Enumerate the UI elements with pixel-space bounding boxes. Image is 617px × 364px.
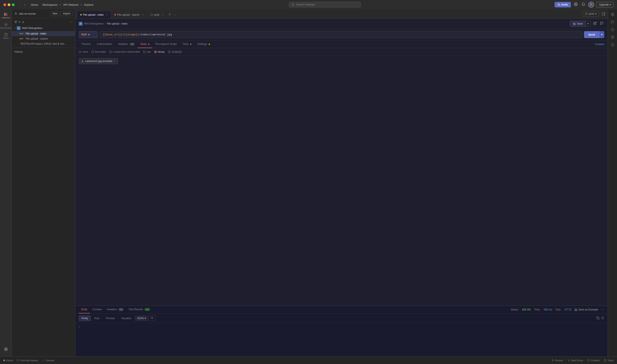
environment-selector[interactable]: prod ▾ [582, 11, 599, 17]
item-name-3: RESTful API basics: CRUD, test & vari... [21, 42, 66, 45]
maximize-window-button[interactable] [12, 3, 15, 6]
console-button[interactable]: Console [42, 359, 54, 362]
close-tab-2[interactable]: × [141, 13, 144, 16]
aws-rekognition-title[interactable]: ▾ AWS Rekognition [12, 25, 75, 31]
nav-api-network[interactable]: API Network ▾ [62, 2, 82, 7]
radio-graphql[interactable]: GraphQL [168, 50, 182, 53]
settings-button[interactable] [573, 1, 578, 8]
forward-button[interactable]: › [23, 2, 26, 7]
right-info-button[interactable] [609, 41, 616, 48]
resp-tab-body[interactable]: Body [79, 306, 90, 313]
radio-raw[interactable]: raw [143, 50, 151, 53]
runner-button[interactable]: Runner [552, 359, 563, 362]
send-dropdown-button[interactable]: ▾ [599, 31, 604, 38]
save-icon [573, 22, 576, 25]
add-collection-button[interactable]: + [18, 20, 20, 24]
sidebar-item-environments[interactable]: Environments [1, 21, 11, 30]
tab-body[interactable]: Body [138, 40, 152, 48]
format-json-selector[interactable]: JSON ▾ [135, 316, 148, 321]
radio-raw-label: raw [147, 50, 151, 53]
svg-point-19 [18, 28, 19, 28]
sidebar-item-collections[interactable]: Collections [1, 11, 11, 20]
back-button[interactable]: ‹ [18, 2, 22, 7]
wrap-lines-button[interactable] [149, 315, 155, 321]
tree-more-button[interactable]: ··· [70, 20, 73, 24]
trash-button[interactable]: Trash [604, 359, 614, 362]
resp-tab-headers[interactable]: Headers 11 [104, 306, 126, 313]
find-replace-button[interactable]: Find and replace [16, 359, 38, 362]
send-button[interactable]: Send [584, 31, 599, 38]
cookies-link[interactable]: Cookies [595, 43, 604, 46]
tab-settings[interactable]: Settings [194, 40, 213, 48]
tab-params[interactable]: Params [79, 40, 94, 48]
save-dropdown-button[interactable]: ▾ [586, 21, 591, 26]
radio-binary[interactable]: binary [154, 50, 165, 53]
new-button[interactable]: New [50, 11, 60, 16]
save-as-example-button[interactable]: Save as Example [575, 308, 598, 311]
tree-item-file-upload-search[interactable]: PUT File upload - search [12, 36, 75, 41]
minimize-window-button[interactable] [8, 3, 10, 6]
copy-response-button[interactable] [596, 316, 599, 320]
fmt-tab-visualize[interactable]: Visualize [118, 315, 134, 321]
sidebar-item-plus[interactable] [1, 345, 11, 354]
nav-workspaces[interactable]: Workspaces ▾ [41, 2, 61, 7]
nav-explore[interactable]: Explore [83, 2, 95, 7]
right-cookie-button[interactable] [609, 26, 616, 33]
copy-icon [596, 316, 599, 320]
edit-button[interactable] [592, 21, 598, 27]
tree-item-restful-basics[interactable]: › RESTful API basics: CRUD, test & vari.… [12, 41, 75, 46]
tab-file-upload-index[interactable]: File upload - index × [77, 11, 111, 18]
tab-pre-request-script[interactable]: Pre-request Script [152, 40, 180, 48]
resp-tab-test-results[interactable]: Test Results 1/1 [126, 306, 153, 313]
close-window-button[interactable] [3, 3, 6, 6]
right-location-button[interactable] [609, 34, 616, 41]
file-tag-close-button[interactable]: × [113, 60, 116, 63]
notifications-button[interactable] [581, 1, 586, 8]
svg-point-5 [5, 24, 6, 25]
close-tab-env[interactable]: × [161, 13, 164, 16]
response-more-button[interactable]: ··· [602, 308, 604, 312]
fmt-tab-raw[interactable]: Raw [92, 315, 102, 321]
nav-workspaces-link[interactable]: Workspaces [41, 2, 59, 7]
history-section[interactable]: History [12, 49, 75, 55]
fmt-tab-preview[interactable]: Preview [103, 315, 118, 321]
right-doc-button[interactable] [609, 11, 616, 18]
resp-tab-cookies[interactable]: Cookies [90, 306, 104, 313]
nav-home[interactable]: Home [29, 2, 40, 7]
response-body: 1 [75, 323, 608, 356]
method-selector[interactable]: PUT ▾ [79, 31, 98, 38]
bottom-bar: Online Find and replace Console Runner S… [0, 356, 617, 364]
sidebar-item-history[interactable]: History [1, 31, 11, 41]
upgrade-button[interactable]: Upgrade ▾ [596, 2, 614, 7]
import-button[interactable]: Import [61, 11, 73, 16]
svg-rect-4 [4, 13, 5, 16]
sidebar-toggle-button[interactable] [601, 12, 606, 17]
radio-urlencoded[interactable]: x-www-form-urlencoded [109, 50, 140, 53]
tab-more-button[interactable]: ··· [172, 12, 177, 18]
tab-headers[interactable]: Headers 10 [115, 40, 138, 48]
nav-workspaces-arrow: ▾ [60, 4, 61, 6]
nav-api-network-link[interactable]: API Network [62, 2, 80, 7]
url-input[interactable]: {{base_url}} / {{stage}} /index/Lawrence… [100, 31, 582, 38]
search-postman-input[interactable]: Search Postman [289, 2, 361, 7]
tab-file-upload-search[interactable]: File upload - search × [111, 11, 147, 18]
avatar[interactable] [588, 2, 594, 8]
invite-button[interactable]: Invite [554, 2, 571, 7]
tab-tests[interactable]: Tests [180, 40, 195, 48]
add-tab-button[interactable]: + [167, 12, 173, 18]
right-comment-button[interactable] [609, 19, 616, 26]
fmt-tab-pretty[interactable]: Pretty [79, 315, 91, 321]
start-proxy-button[interactable]: Start Proxy [567, 359, 583, 362]
comment-button[interactable] [599, 21, 604, 27]
search-response-button[interactable] [601, 316, 604, 320]
online-status[interactable]: Online [3, 359, 13, 362]
save-button[interactable]: Save [570, 21, 586, 26]
cookies-button[interactable]: Cookies [587, 359, 600, 362]
close-tab-1[interactable]: × [106, 13, 108, 16]
doc-icon [611, 13, 614, 16]
tree-item-file-upload-index[interactable]: PUT File upload - index [12, 31, 75, 36]
radio-form-data[interactable]: form-data [91, 50, 106, 53]
tab-prod-env[interactable]: prod × [147, 11, 167, 18]
tab-authorization[interactable]: Authorization [94, 40, 115, 48]
radio-none[interactable]: none [79, 50, 88, 53]
